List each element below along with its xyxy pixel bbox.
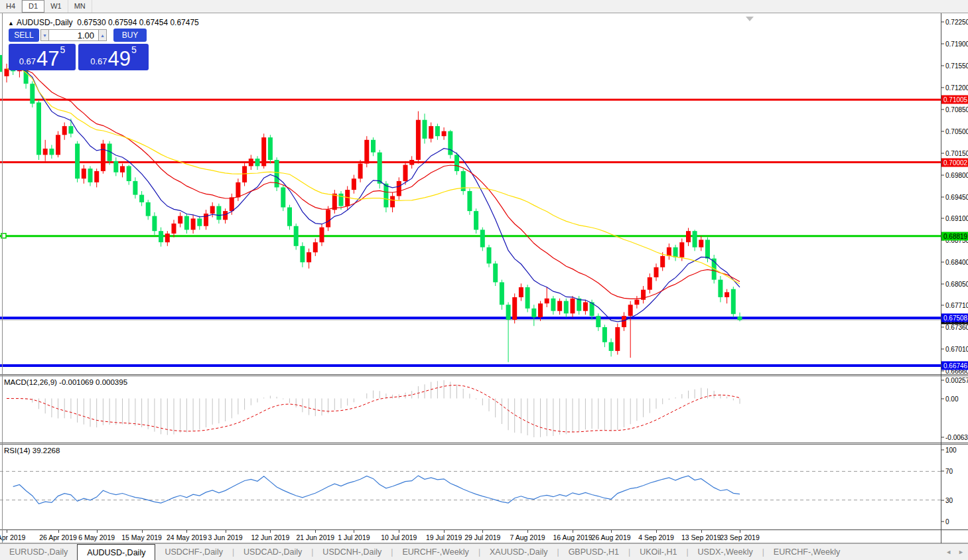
chart-tab-usdchf-daily[interactable]: USDCHF-,Daily xyxy=(155,544,232,560)
main-chart-panel[interactable]: ▲AUDUSD-,Daily 0.67530 0.67594 0.67454 0… xyxy=(0,13,968,374)
volume-increase-button[interactable]: ▲ xyxy=(98,29,107,41)
ohlc-values: 0.67530 0.67594 0.67454 0.67475 xyxy=(77,18,199,27)
price-axis[interactable]: 0.722500.719000.715500.712000.708500.705… xyxy=(941,13,968,374)
chart-tab-ukoil-h1[interactable]: UKOil-,H1 xyxy=(630,544,686,560)
chart-tab-usdcad-daily[interactable]: USDCAD-,Daily xyxy=(234,544,311,560)
price-tick-label: 0.71900 xyxy=(941,40,968,47)
date-label: 10 Jul 2019 xyxy=(381,533,417,541)
price-tick-label: 0.70500 xyxy=(941,127,968,135)
macd-scale-label: 0.002574 xyxy=(941,377,968,384)
volume-decrease-button[interactable]: ▼ xyxy=(40,29,49,41)
date-label: 26 Apr 2019 xyxy=(39,533,77,541)
date-label: 3 Jun 2019 xyxy=(208,533,243,541)
date-tick xyxy=(611,530,612,533)
date-tick xyxy=(656,530,657,533)
buy-price-big: 49 xyxy=(108,50,131,68)
sell-price-sup: 5 xyxy=(60,44,66,55)
date-label: 6 May 2019 xyxy=(78,533,115,541)
date-tick xyxy=(444,530,445,533)
rsi-scale-label: 70 xyxy=(941,468,953,475)
rsi-scale-label: 100 xyxy=(941,447,957,454)
chart-tab-usdx-weekly[interactable]: USDX-,Weekly xyxy=(689,544,762,560)
sell-price-button[interactable]: 0.67475 xyxy=(9,44,76,70)
date-label: 16 Aug 2019 xyxy=(553,533,592,541)
date-label: 23 Sep 2019 xyxy=(720,533,760,541)
date-label: 13 Sep 2019 xyxy=(681,533,721,541)
tab-scroll-right-icon[interactable]: ► xyxy=(958,549,964,555)
sell-button[interactable]: SELL xyxy=(9,29,39,42)
date-label: 1 Jul 2019 xyxy=(338,533,370,541)
sell-price-prefix: 0.67 xyxy=(19,56,36,66)
date-tick xyxy=(97,530,98,533)
date-tick xyxy=(701,530,702,533)
tab-scroll-nav: ◄ ► xyxy=(945,544,964,560)
chart-tab-audusd-daily[interactable]: AUDUSD-,Daily xyxy=(77,544,155,560)
trading-platform-window: H4D1W1MN ▲AUDUSD-,Daily 0.67530 0.67594 … xyxy=(0,0,968,560)
date-tick xyxy=(399,530,399,533)
macd-label: MACD(12,26,9) -0.001069 0.000395 xyxy=(4,378,127,386)
symbol-label: AUDUSD-,Daily xyxy=(17,18,73,27)
price-tick-label: 0.67010 xyxy=(941,346,968,353)
rsi-panel[interactable]: RSI(14) 39.2268 10070300 xyxy=(0,445,968,529)
date-tick xyxy=(7,530,7,533)
rsi-label: RSI(14) 39.2268 xyxy=(4,447,60,455)
buy-price-prefix: 0.67 xyxy=(90,56,107,66)
price-tick-label: 0.71550 xyxy=(941,62,968,69)
date-tick xyxy=(354,530,354,533)
date-label: 21 Jun 2019 xyxy=(296,533,334,541)
price-tick-label: 0.68400 xyxy=(941,259,968,266)
level-price-label: 0.67508 xyxy=(941,314,968,322)
chart-tab-eurusd-daily[interactable]: EURUSD-,Daily xyxy=(0,544,77,560)
chart-tab-gbpusd-h1[interactable]: GBPUSD-,H1 xyxy=(559,544,628,560)
macd-scale-label: 0.00 xyxy=(941,395,958,402)
buy-button[interactable]: BUY xyxy=(113,29,147,42)
buy-price-button[interactable]: 0.67495 xyxy=(78,44,149,70)
rsi-scale-label: 0 xyxy=(941,518,949,525)
rsi-scale-label: 30 xyxy=(941,496,953,504)
chart-tab-xauusd-daily[interactable]: XAUUSD-,Daily xyxy=(480,544,557,560)
date-label: 24 May 2019 xyxy=(167,533,207,541)
rsi-axis[interactable]: 10070300 xyxy=(941,445,968,529)
rsi-chart[interactable] xyxy=(0,445,941,529)
chart-tab-usdcnh-daily[interactable]: USDCNH-,Daily xyxy=(313,544,391,560)
buy-price-sup: 5 xyxy=(131,44,137,55)
date-tick xyxy=(226,530,226,533)
macd-chart[interactable] xyxy=(0,376,941,443)
chart-header: ▲AUDUSD-,Daily 0.67530 0.67594 0.67454 0… xyxy=(8,18,199,27)
tab-scroll-left-icon[interactable]: ◄ xyxy=(945,549,951,555)
date-tick xyxy=(315,530,316,533)
date-label: 15 May 2019 xyxy=(121,533,162,541)
level-price-label: 0.66746 xyxy=(941,361,968,370)
chart-tab-eurchf-weekly[interactable]: EURCHF-,Weekly xyxy=(764,544,849,560)
axis-separator xyxy=(941,13,941,543)
window-border xyxy=(2,13,3,543)
one-click-trading-widget: SELL ▼ ▲ BUY 0.67475 0.67495 xyxy=(9,29,149,70)
timeframe-button-d1[interactable]: D1 xyxy=(22,0,44,13)
chart-shift-marker xyxy=(746,17,754,21)
price-tick-label: 0.67710 xyxy=(941,302,968,309)
macd-panel[interactable]: MACD(12,26,9) -0.001069 0.000395 0.00257… xyxy=(0,376,968,443)
triangle-down-icon: ▼ xyxy=(42,33,47,38)
date-tick xyxy=(270,530,271,533)
timeframe-button-w1[interactable]: W1 xyxy=(44,0,68,13)
chart-tab-eurchf-weekly[interactable]: EURCHF-,Weekly xyxy=(393,544,478,560)
price-tick-label: 0.72250 xyxy=(941,19,968,26)
date-axis[interactable]: 16 Apr 201926 Apr 20196 May 201915 May 2… xyxy=(0,529,968,543)
macd-axis[interactable]: 0.0025740.00-0.006326 xyxy=(941,376,968,443)
timeframe-button-h4[interactable]: H4 xyxy=(0,0,22,13)
date-label: 7 Aug 2019 xyxy=(510,533,545,541)
level-price-label: 0.70002 xyxy=(941,158,968,167)
timeframe-button-mn[interactable]: MN xyxy=(68,0,92,13)
volume-input[interactable] xyxy=(49,29,98,41)
chart-tab-bar: EURUSD-,DailyAUDUSD-,DailyUSDCHF-,Daily|… xyxy=(0,543,968,560)
price-tick-label: 0.69100 xyxy=(941,215,968,222)
date-tick xyxy=(740,530,740,533)
date-tick xyxy=(573,530,573,533)
collapse-triangle-icon[interactable]: ▲ xyxy=(8,20,14,27)
level-price-label: 0.68819 xyxy=(941,232,968,240)
price-tick-label: 0.67360 xyxy=(941,324,968,331)
date-label: 29 Jul 2019 xyxy=(464,533,500,541)
sell-price-big: 47 xyxy=(36,50,59,68)
triangle-up-icon: ▲ xyxy=(100,33,105,38)
price-tick-label: 0.69800 xyxy=(941,171,968,178)
